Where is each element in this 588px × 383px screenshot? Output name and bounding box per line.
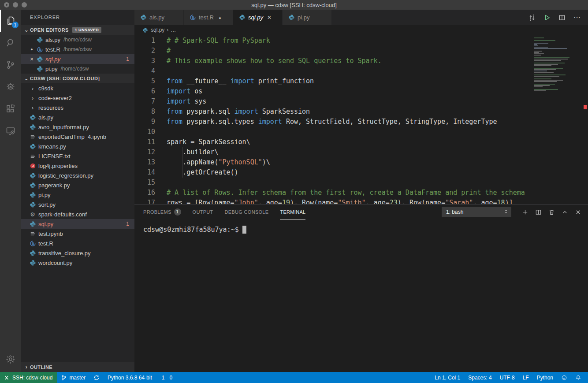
tree-item-als.py[interactable]: als.py — [21, 112, 134, 122]
r-file-icon: R — [36, 46, 43, 53]
close-icon[interactable]: × — [27, 56, 36, 62]
activity-item-debug[interactable] — [0, 76, 21, 98]
code-line-8[interactable]: 8from pyspark.sql import SparkSession — [134, 107, 588, 117]
feedback-item[interactable] — [557, 375, 571, 381]
code-line-16[interactable]: 16# A list of Rows. Infer schema from th… — [134, 188, 588, 198]
tree-item-pi.py[interactable]: pi.py — [21, 190, 134, 200]
tab-als.py[interactable]: als.py — [134, 10, 184, 25]
minimize-window-button[interactable] — [13, 2, 18, 7]
open-editors-header[interactable]: ⌄ OPEN EDITORS 1 UNSAVED — [21, 25, 134, 35]
tree-item-c9sdk[interactable]: ›c9sdk — [21, 83, 134, 93]
tree-item-avro_inputformat.py[interactable]: avro_inputformat.py — [21, 122, 134, 132]
language-mode-item[interactable]: Python — [533, 375, 557, 381]
window-controls[interactable] — [4, 2, 27, 7]
tree-item-wordcount.py[interactable]: wordcount.py — [21, 258, 134, 268]
panel-tab-debug-console[interactable]: DEBUG CONSOLE — [225, 205, 269, 219]
indentation-item[interactable]: Spaces: 4 — [464, 375, 495, 381]
maximize-panel-icon[interactable] — [561, 208, 569, 216]
code-line-17[interactable]: 17rows = [Row(name="John", age=19), Row(… — [134, 198, 588, 204]
code-line-11[interactable]: 11spark = SparkSession\ — [134, 137, 588, 147]
code-line-15[interactable]: 15 — [134, 178, 588, 188]
sync-button[interactable] — [89, 375, 104, 381]
problems-item[interactable]: 1 0 — [156, 375, 176, 381]
tree-item-logistic_regression.py[interactable]: logistic_regression.py — [21, 171, 134, 180]
panel-tab-problems[interactable]: PROBLEMS1 — [143, 205, 181, 219]
split-terminal-icon[interactable] — [535, 208, 542, 216]
notifications-item[interactable] — [571, 375, 585, 381]
extensions-icon — [5, 104, 16, 114]
activity-item-explorer[interactable]: 1 — [0, 10, 21, 32]
open-editor-test.R[interactable]: ●Rtest.R/home/cdsw — [21, 45, 134, 54]
tree-item-LICENSE.txt[interactable]: LICENSE.txt — [21, 151, 134, 161]
code-line-13[interactable]: 13 .appName("PythonSQL")\ — [134, 157, 588, 167]
activity-item-search[interactable] — [0, 32, 21, 54]
run-python-file-icon[interactable] — [543, 14, 551, 22]
tree-item-sql.py[interactable]: sql.py1 — [21, 219, 134, 229]
tree-item-test.ipynb[interactable]: test.ipynb — [21, 229, 134, 238]
eol-item[interactable]: LF — [519, 375, 533, 381]
close-window-button[interactable] — [4, 2, 9, 7]
code-line-2[interactable]: 2# — [134, 46, 588, 56]
cursor-position-item[interactable]: Ln 1, Col 1 — [431, 375, 464, 381]
python-icon — [29, 220, 36, 227]
code-line-1[interactable]: 1# # Spark-SQL from PySpark — [134, 36, 588, 46]
new-terminal-icon[interactable] — [521, 208, 529, 216]
tab-sql.py[interactable]: sql.py× — [233, 10, 283, 25]
python-interpreter-item[interactable]: Python 3.6.8 64-bit — [104, 375, 156, 381]
breadcrumb[interactable]: sql.py › … — [134, 25, 588, 35]
file-tree: ›c9sdk›code-server2›resourcesals.pyavro_… — [21, 83, 134, 268]
code-line-7[interactable]: 7import sys — [134, 97, 588, 107]
tree-item-code-server2[interactable]: ›code-server2 — [21, 93, 134, 103]
panel-tab-output[interactable]: OUTPUT — [193, 205, 213, 219]
code-line-4[interactable]: 4 — [134, 66, 588, 76]
activity-item-settings[interactable] — [5, 354, 16, 366]
code-line-5[interactable]: 5from __future__ import print_function — [134, 76, 588, 86]
close-panel-icon[interactable] — [574, 208, 582, 216]
tree-item-exportedCardTmp_4.ipynb[interactable]: exportedCardTmp_4.ipynb — [21, 132, 134, 141]
code-line-14[interactable]: 14 .getOrCreate() — [134, 167, 588, 178]
more-actions-icon[interactable]: ⋯ — [573, 14, 581, 22]
minimap[interactable] — [534, 37, 571, 92]
file-name: pi.py — [38, 192, 50, 198]
open-editor-als.py[interactable]: als.py/home/cdsw — [21, 35, 134, 45]
tree-item-transitive_closure.py[interactable]: transitive_closure.py — [21, 248, 134, 258]
tree-item-resources[interactable]: ›resources — [21, 103, 134, 112]
tab-test.R[interactable]: Rtest.R● — [184, 10, 233, 25]
code-line-3[interactable]: 3# This example shows how to send SQL qu… — [134, 56, 588, 66]
code-editor[interactable]: 1# # Spark-SQL from PySpark2#3# This exa… — [134, 35, 588, 204]
code-line-6[interactable]: 6import os — [134, 86, 588, 97]
terminal-output[interactable]: cdsw@s0zmhi87fa58u7ya:~$ — [134, 219, 588, 234]
tab-pi.py[interactable]: pi.py — [283, 10, 332, 25]
folder-section-header[interactable]: ⌄ CDSW [SSH: CDSW-CLOUD] — [21, 74, 134, 83]
code-line-9[interactable]: 9from pyspark.sql.types import Row, Stru… — [134, 117, 588, 127]
code-line-12[interactable]: 12 .builder\ — [134, 147, 588, 157]
close-icon[interactable]: × — [266, 14, 273, 21]
panel-tab-terminal[interactable]: TERMINAL — [280, 205, 305, 219]
tree-item-kmeans.py[interactable]: kmeans.py — [21, 141, 134, 151]
kill-terminal-icon[interactable] — [548, 208, 555, 216]
svg-text:J: J — [32, 164, 33, 168]
open-editor-pi.py[interactable]: pi.py/home/cdsw — [21, 64, 134, 74]
activity-item-extensions[interactable] — [0, 98, 21, 120]
split-editor-icon[interactable] — [558, 14, 566, 22]
tree-item-pagerank.py[interactable]: pagerank.py — [21, 180, 134, 190]
breadcrumb-separator: › — [167, 27, 168, 33]
activity-item-source-control[interactable] — [0, 54, 21, 76]
open-changes-icon[interactable] — [528, 14, 536, 22]
open-editor-sql.py[interactable]: ×sql.py1 — [21, 54, 134, 64]
breadcrumb-more[interactable]: … — [171, 27, 176, 33]
tree-item-spark-defaults.conf[interactable]: ⚙spark-defaults.conf — [21, 209, 134, 219]
outline-header[interactable]: › OUTLINE — [21, 362, 134, 372]
python-icon — [29, 182, 36, 189]
tree-item-test.R[interactable]: Rtest.R — [21, 238, 134, 248]
tree-item-log4j.properties[interactable]: Jlog4j.properties — [21, 161, 134, 171]
encoding-item[interactable]: UTF-8 — [496, 375, 519, 381]
terminal-select[interactable]: 1: bash — [442, 207, 511, 217]
remote-indicator[interactable]: SSH: cdsw-cloud — [0, 372, 57, 383]
tree-item-sort.py[interactable]: sort.py — [21, 200, 134, 209]
code-line-10[interactable]: 10 — [134, 127, 588, 137]
git-branch-item[interactable]: master — [57, 375, 89, 381]
breadcrumb-file[interactable]: sql.py — [151, 27, 164, 33]
activity-item-remote-explorer[interactable] — [0, 120, 21, 142]
zoom-window-button[interactable] — [22, 2, 27, 7]
